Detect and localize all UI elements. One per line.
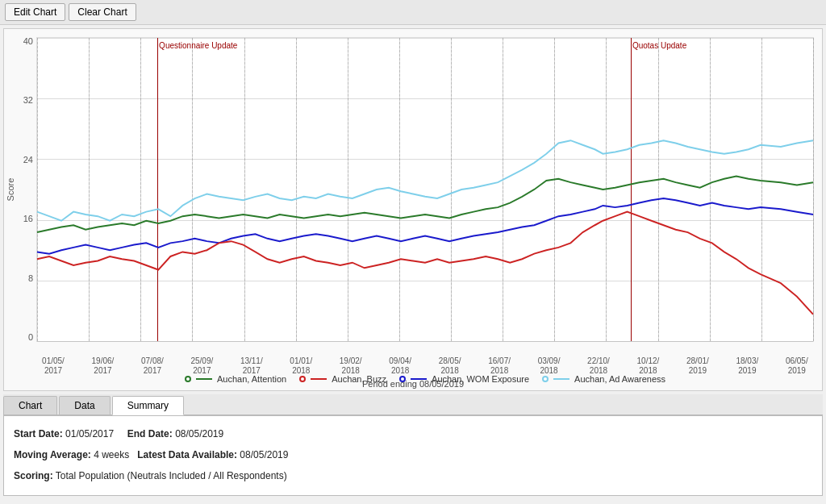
y-label-40: 40 (23, 37, 33, 46)
x-tick-1: 19/06/2017 (86, 356, 119, 376)
x-tick-4: 13/11/2017 (235, 356, 269, 376)
legend-line-wom (411, 378, 427, 380)
chart-svg (37, 38, 813, 341)
y-label-8: 8 (28, 274, 33, 283)
x-tick-8: 28/05/2018 (433, 356, 467, 376)
x-tick-5: 01/01/2018 (284, 356, 318, 376)
x-axis: 01/05/2017 19/06/2017 07/08/2017 25/09/2… (36, 356, 814, 376)
legend-dot-ad-awareness (542, 376, 549, 382)
x-tick-10: 03/09/2018 (532, 356, 566, 376)
chart-legend: Auchan, Attention Auchan, Buzz Auchan, W… (36, 374, 814, 384)
line-ad-awareness (37, 140, 813, 221)
legend-label-attention: Auchan, Attention (217, 374, 286, 384)
x-tick-12: 10/12/2018 (631, 356, 665, 376)
x-tick-9: 16/07/2018 (482, 356, 516, 376)
tab-summary[interactable]: Summary (112, 396, 184, 415)
moving-avg-label: Moving Average: (14, 449, 91, 460)
x-tick-15: 06/05/2019 (780, 356, 814, 376)
legend-label-wom: Auchan, WOM Exposure (432, 374, 529, 384)
clear-chart-button[interactable]: Clear Chart (69, 3, 136, 21)
legend-label-buzz: Auchan, Buzz (332, 374, 386, 384)
tab-data[interactable]: Data (59, 396, 110, 414)
grid-v-15 (813, 38, 814, 341)
end-date-label: End Date: (127, 428, 173, 439)
moving-avg-value: 4 weeks (94, 449, 129, 460)
x-tick-13: 28/01/2019 (681, 356, 715, 376)
tab-chart[interactable]: Chart (3, 396, 57, 414)
legend-dot-attention (185, 376, 191, 382)
x-tick-2: 07/08/2017 (136, 356, 169, 376)
chart-container: 40 32 24 16 8 0 Score (3, 28, 823, 391)
legend-line-buzz (311, 378, 327, 380)
legend-line-ad-awareness (553, 378, 569, 380)
x-tick-14: 18/03/2019 (730, 356, 764, 376)
legend-attention: Auchan, Attention (185, 374, 286, 384)
x-tick-3: 25/09/2017 (185, 356, 219, 376)
legend-label-ad-awareness: Auchan, Ad Awareness (574, 374, 665, 384)
chart-area: Questionnaire Update Quotas Update (36, 37, 814, 342)
edit-chart-button[interactable]: Edit Chart (5, 3, 65, 21)
toolbar: Edit Chart Clear Chart (0, 0, 826, 25)
summary-panel: Start Date: 01/05/2017 End Date: 08/05/2… (3, 415, 823, 496)
legend-wom: Auchan, WOM Exposure (399, 374, 529, 384)
y-axis-title: Score (6, 178, 15, 202)
legend-buzz: Auchan, Buzz (299, 374, 386, 384)
legend-line-attention (196, 378, 212, 380)
x-tick-11: 22/10/2018 (582, 356, 615, 376)
x-tick-7: 09/04/2018 (383, 356, 417, 376)
y-label-16: 16 (23, 215, 33, 223)
legend-dot-wom (399, 376, 406, 382)
scoring-label: Scoring: (14, 470, 53, 481)
latest-data-value: 08/05/2019 (240, 449, 288, 460)
y-label-0: 0 (28, 333, 33, 342)
x-tick-0: 01/05/2017 (36, 356, 70, 376)
line-buzz (37, 212, 813, 314)
y-label-24: 24 (23, 156, 33, 165)
end-date-value: 08/05/2019 (175, 428, 223, 439)
legend-ad-awareness: Auchan, Ad Awareness (542, 374, 665, 384)
start-date-label: Start Date: (14, 428, 63, 439)
grid-h-0 (37, 341, 813, 342)
start-date-value: 01/05/2017 (65, 428, 114, 439)
y-label-32: 32 (23, 96, 33, 105)
legend-dot-buzz (299, 376, 306, 382)
latest-data-label: Latest Data Available: (137, 449, 237, 460)
x-tick-6: 19/02/2018 (334, 356, 368, 376)
scoring-value: Total Population (Neutrals Included / Al… (56, 470, 287, 481)
tabs-bar: Chart Data Summary (3, 394, 823, 415)
line-wom (37, 198, 813, 254)
